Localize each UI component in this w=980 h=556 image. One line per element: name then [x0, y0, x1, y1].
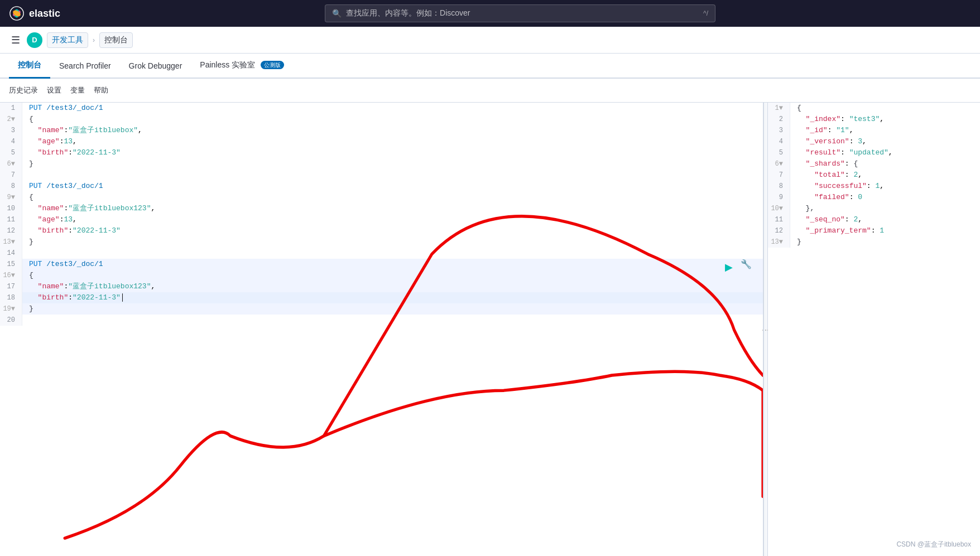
code-content: "name":"蓝盒子itbluebox123", [22, 203, 763, 214]
avatar[interactable]: D [27, 32, 42, 48]
code-content: "birth":"2022-11-3"│ [22, 292, 763, 303]
table-row: 5 "birth":"2022-11-3" [0, 147, 763, 158]
table-row: 8 PUT /test3/_doc/1 [0, 181, 763, 192]
table-row: 3 "_id": "1", [768, 125, 980, 136]
code-content: { [22, 192, 763, 203]
line-number: 11 [768, 214, 790, 225]
line-number: 13▼ [768, 236, 790, 248]
tab-search-profiler[interactable]: Search Profiler [50, 55, 120, 79]
tab-grok-debugger[interactable]: Grok Debugger [120, 55, 191, 79]
table-row: 13▼ } [768, 236, 980, 248]
code-content: } [22, 303, 763, 315]
line-number: 10 [0, 203, 22, 214]
code-content: PUT /test3/_doc/1 [22, 259, 763, 270]
wrench-button[interactable]: 🔧 [741, 259, 752, 269]
watermark: CSDN @蓝盒子itbluebox [896, 540, 971, 549]
code-content: "age":13, [22, 136, 763, 147]
search-shortcut: ^/ [703, 9, 708, 17]
global-search-bar[interactable]: 🔍 查找应用、内容等。例如：Discover ^/ [325, 4, 715, 22]
main-content: 1 PUT /test3/_doc/1 2▼ { 3 "name":"蓝盒子it… [0, 103, 980, 556]
breadcrumb-separator: › [93, 36, 95, 44]
table-row: 17 "name":"蓝盒子itbluebox123", [0, 281, 763, 292]
line-number: 2 [768, 114, 790, 125]
code-content: { [22, 270, 763, 281]
breadcrumb-dev-tools[interactable]: 开发工具 [47, 32, 88, 48]
code-content: "_index": "test3", [790, 114, 980, 125]
elastic-logo[interactable]: elastic [9, 6, 60, 21]
code-content: "birth":"2022-11-3" [22, 147, 763, 158]
line-number: 12 [768, 225, 790, 236]
table-row: 7 [0, 170, 763, 181]
line-number: 10▼ [768, 203, 790, 214]
line-number: 12 [0, 225, 22, 236]
code-editor[interactable]: 1 PUT /test3/_doc/1 2▼ { 3 "name":"蓝盒子it… [0, 103, 763, 556]
code-content: "name":"蓝盒子itbluebox123", [22, 281, 763, 292]
table-row: 4 "_version": 3, [768, 136, 980, 147]
line-number: 7 [768, 170, 790, 181]
table-row: 10 "name":"蓝盒子itbluebox123", [0, 203, 763, 214]
line-number: 7 [0, 170, 22, 181]
elastic-logo-icon [9, 6, 25, 21]
line-number: 5 [0, 147, 22, 158]
code-content: "_primary_term": 1 [790, 225, 980, 236]
table-row: 2 "_index": "test3", [768, 114, 980, 125]
code-content: "_seq_no": 2, [790, 214, 980, 225]
hamburger-button[interactable]: ☰ [9, 32, 22, 49]
table-row: 11 "age":13, [0, 214, 763, 225]
table-row: 18 "birth":"2022-11-3"│ [0, 292, 763, 303]
table-row: 11 "_seq_no": 2, [768, 214, 980, 225]
result-panel: 1▼ { 2 "_index": "test3", 3 "_id": "1", … [768, 103, 980, 556]
code-content: "_version": 3, [790, 136, 980, 147]
line-number: 8 [768, 181, 790, 192]
line-number: 1▼ [768, 103, 790, 114]
breadcrumb-console: 控制台 [99, 32, 133, 48]
line-number: 18 [0, 292, 22, 303]
toolbar: 历史记录 设置 变量 帮助 [0, 79, 980, 103]
code-content: "_shards": { [790, 158, 980, 170]
toolbar-help[interactable]: 帮助 [94, 83, 108, 98]
run-button[interactable]: ▶ [723, 259, 735, 275]
table-row: 1▼ { [768, 103, 980, 114]
table-row: 20 [0, 315, 763, 326]
tab-bar: 控制台 Search Profiler Grok Debugger Painle… [0, 54, 980, 79]
top-bar: elastic 🔍 查找应用、内容等。例如：Discover ^/ [0, 0, 980, 27]
line-number: 15 [0, 259, 22, 270]
toolbar-settings[interactable]: 设置 [47, 83, 61, 98]
code-content: "successful": 1, [790, 181, 980, 192]
table-row: 5 "result": "updated", [768, 147, 980, 158]
code-content: } [22, 236, 763, 248]
line-number: 3 [0, 125, 22, 136]
search-icon: 🔍 [332, 9, 342, 18]
line-number: 6▼ [768, 158, 790, 170]
table-row: 2▼ { [0, 114, 763, 125]
table-row: 19▼ } [0, 303, 763, 315]
beta-badge: 公测版 [261, 61, 284, 69]
code-content: "result": "updated", [790, 147, 980, 158]
line-number: 3 [768, 125, 790, 136]
table-row: 16▼ { [0, 270, 763, 281]
table-row: 6▼ } [0, 158, 763, 170]
second-bar: ☰ D 开发工具 › 控制台 [0, 27, 980, 54]
code-content: }, [790, 203, 980, 214]
tab-console[interactable]: 控制台 [9, 54, 50, 79]
toolbar-history[interactable]: 历史记录 [9, 83, 38, 98]
panel-resizer[interactable]: ⋮ [763, 103, 768, 556]
line-number: 19▼ [0, 303, 22, 315]
code-content: "total": 2, [790, 170, 980, 181]
tab-painless-lab[interactable]: Painless 实验室 公测版 [191, 54, 293, 79]
table-row: 3 "name":"蓝盒子itbluebox", [0, 125, 763, 136]
line-number: 8 [0, 181, 22, 192]
table-row: 4 "age":13, [0, 136, 763, 147]
line-number: 9▼ [0, 192, 22, 203]
line-number: 17 [0, 281, 22, 292]
line-number: 14 [0, 248, 22, 259]
editor-panel[interactable]: 1 PUT /test3/_doc/1 2▼ { 3 "name":"蓝盒子it… [0, 103, 763, 556]
toolbar-variables[interactable]: 变量 [70, 83, 85, 98]
code-content: "_id": "1", [790, 125, 980, 136]
code-content: } [790, 236, 980, 248]
line-number: 9 [768, 192, 790, 203]
table-row: 13▼ } [0, 236, 763, 248]
table-row: 9 "failed": 0 [768, 192, 980, 203]
code-content: PUT /test3/_doc/1 [22, 103, 763, 114]
line-number: 4 [768, 136, 790, 147]
